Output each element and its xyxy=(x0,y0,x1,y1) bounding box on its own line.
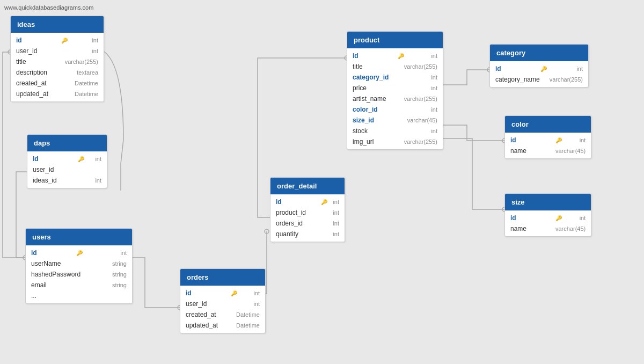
table-row: email string xyxy=(26,280,132,290)
table-category: category id 🔑 int category_name varchar(… xyxy=(489,44,589,88)
table-row: category_id int xyxy=(347,72,443,83)
table-row: id 🔑 int xyxy=(490,63,588,74)
table-product-body: id 🔑 int title varchar(255) category_id … xyxy=(347,48,443,149)
table-row: stock int xyxy=(347,126,443,136)
table-row: ideas_id int xyxy=(27,175,107,186)
field-type: varchar(45) xyxy=(555,148,586,154)
key-icon: 🔑 xyxy=(61,38,68,43)
field-name: title xyxy=(353,63,396,70)
table-row: product_id int xyxy=(270,207,345,218)
table-row: title varchar(255) xyxy=(347,61,443,72)
field-name: category_name xyxy=(495,76,540,83)
svg-point-3 xyxy=(265,229,269,234)
field-type: int xyxy=(431,85,437,91)
table-users-header: users xyxy=(26,229,132,245)
table-color: color id 🔑 int name varchar(45) xyxy=(504,115,591,159)
field-name: id xyxy=(31,249,74,257)
field-type: int xyxy=(333,209,339,216)
field-type: int xyxy=(580,215,586,221)
table-daps-header: daps xyxy=(27,135,107,151)
table-row: name varchar(45) xyxy=(505,223,591,234)
field-name: id xyxy=(16,37,59,44)
field-name: id xyxy=(510,214,553,222)
field-type: int xyxy=(253,290,260,296)
watermark-text: www.quickdatabasediagrams.com xyxy=(4,4,93,11)
field-type: int xyxy=(580,137,586,143)
key-icon: 🔑 xyxy=(555,215,562,221)
field-name: id xyxy=(510,136,553,144)
field-name: size_id xyxy=(353,117,396,124)
table-row: name varchar(45) xyxy=(505,145,591,156)
field-name: name xyxy=(510,225,553,232)
field-type: int xyxy=(431,128,437,134)
field-type: varchar(45) xyxy=(555,225,586,232)
table-row: ... xyxy=(26,290,132,301)
table-row: user_id int xyxy=(180,299,265,309)
table-color-body: id 🔑 int name varchar(45) xyxy=(505,133,591,158)
field-name: product_id xyxy=(276,209,319,216)
field-type: string xyxy=(112,271,127,278)
table-size-body: id 🔑 int name varchar(45) xyxy=(505,210,591,236)
field-name: userName xyxy=(31,260,74,267)
table-ideas-body: id 🔑 int user_id int title varchar(255) … xyxy=(11,33,104,101)
field-type: varchar(255) xyxy=(404,139,437,145)
field-name: price xyxy=(353,84,396,92)
table-orders-header: orders xyxy=(180,269,265,286)
table-daps-body: id 🔑 int user_id ideas_id int xyxy=(27,151,107,188)
table-row: id 🔑 int xyxy=(505,135,591,145)
field-type: varchar(255) xyxy=(65,59,98,65)
table-daps: daps id 🔑 int user_id ideas_id int xyxy=(27,134,107,188)
field-name: color_id xyxy=(353,106,396,113)
table-row: title varchar(255) xyxy=(11,56,104,67)
field-name: id xyxy=(353,52,396,60)
field-type: int xyxy=(95,156,101,162)
field-name: img_url xyxy=(353,138,396,145)
field-type: string xyxy=(112,282,127,288)
table-users: users id 🔑 int userName string hashedPas… xyxy=(25,228,133,304)
field-name: user_id xyxy=(16,47,59,55)
field-type: int xyxy=(431,74,437,81)
table-row: created_at Datetime xyxy=(180,309,265,320)
field-name: id xyxy=(276,198,319,206)
field-name: artist_name xyxy=(353,95,396,103)
table-row: userName string xyxy=(26,258,132,269)
field-name: id xyxy=(33,155,76,163)
field-type: int xyxy=(253,301,260,307)
field-type: int xyxy=(95,177,101,184)
table-row: user_id int xyxy=(11,46,104,56)
table-row: created_at Datetime xyxy=(11,78,104,89)
table-row: category_name varchar(255) xyxy=(490,74,588,85)
field-name: created_at xyxy=(186,311,229,318)
field-type: int xyxy=(92,37,98,43)
key-icon: 🔑 xyxy=(78,156,84,162)
field-name: stock xyxy=(353,127,396,135)
table-users-body: id 🔑 int userName string hashedPassword … xyxy=(26,245,132,303)
key-icon: 🔑 xyxy=(540,66,547,72)
field-type: int xyxy=(431,106,437,113)
field-name: name xyxy=(510,147,553,155)
field-type: varchar(45) xyxy=(407,117,437,123)
table-row: id 🔑 int xyxy=(347,50,443,61)
table-orders-body: id 🔑 int user_id int created_at Datetime… xyxy=(180,286,265,333)
table-row: updated_at Datetime xyxy=(11,89,104,99)
field-type: int xyxy=(431,53,437,59)
table-row: price int xyxy=(347,83,443,93)
field-name: ideas_id xyxy=(33,177,76,184)
field-name: orders_id xyxy=(276,220,319,227)
table-color-header: color xyxy=(505,116,591,133)
field-name: updated_at xyxy=(16,90,59,98)
field-name: description xyxy=(16,69,59,76)
field-type: string xyxy=(112,260,127,267)
table-row: updated_at Datetime xyxy=(180,320,265,331)
field-name: email xyxy=(31,281,74,289)
table-row: user_id xyxy=(27,164,107,175)
field-name: id xyxy=(186,289,229,297)
table-order-detail: order_detail id 🔑 int product_id int ord… xyxy=(270,177,345,242)
field-type: varchar(255) xyxy=(550,76,583,83)
field-type: Datetime xyxy=(236,311,260,318)
key-icon: 🔑 xyxy=(555,137,562,143)
field-name: id xyxy=(495,65,538,72)
field-name: category_id xyxy=(353,74,396,81)
field-type: int xyxy=(92,48,98,54)
table-row: description textarea xyxy=(11,67,104,78)
